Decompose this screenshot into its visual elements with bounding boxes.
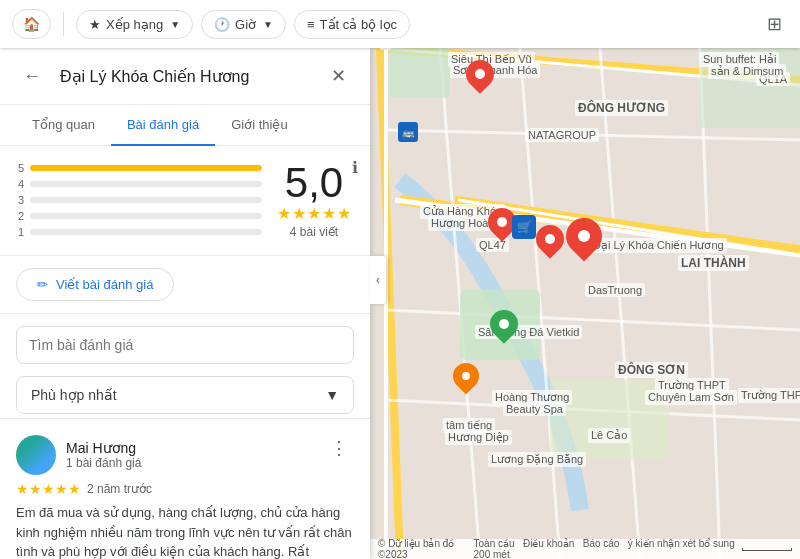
map-label-truong-thpt: Trường THPT: [655, 378, 729, 393]
rating-row-2: 2: [16, 210, 262, 222]
close-icon: ✕: [331, 65, 346, 87]
rating-row-5: 5: [16, 162, 262, 174]
search-reviews-section: Phù hợp nhất ▼: [0, 314, 370, 414]
sort-dropdown-label: Phù hợp nhất: [31, 387, 117, 403]
bar-track-2: [30, 213, 262, 219]
separator-1: [63, 12, 64, 36]
sort-button[interactable]: ★ Xếp hạng ▼: [76, 10, 193, 39]
svg-line-1: [380, 48, 800, 80]
rating-row-1: 1: [16, 226, 262, 238]
map-pin-bus[interactable]: 🚌: [398, 122, 418, 142]
clock-icon: 🕐: [214, 17, 230, 32]
map-label-dong-huong: ĐÔNG HƯƠNG: [575, 100, 668, 116]
rating-bars: 5 4 3 2: [16, 162, 262, 238]
sort-dropdown[interactable]: Phù hợp nhất ▼: [16, 376, 354, 414]
svg-line-2: [380, 48, 400, 559]
bar-fill-5: [30, 165, 262, 171]
reviewer-details: Mai Hương 1 bài đánh giá: [66, 440, 141, 470]
map-label-natagroup: NATAGROUP: [525, 128, 599, 142]
svg-line-13: [386, 400, 800, 420]
map-pin-sieu-thi[interactable]: [466, 60, 494, 88]
map-pin-dai-ly-main[interactable]: [566, 218, 602, 254]
home-button[interactable]: 🏠: [12, 9, 51, 39]
rating-stars: ★★★★★: [277, 204, 352, 223]
map-pin-shop[interactable]: 🛒: [512, 215, 536, 239]
rating-score: 5,0: [285, 162, 343, 204]
map-label-luong-dang: Lương Đặng Bằng: [488, 452, 586, 467]
close-button[interactable]: ✕: [322, 60, 354, 92]
map-label-lai-thanh: LAI THÀNH: [678, 255, 749, 271]
review-time: 2 năm trước: [87, 482, 152, 496]
map-label-lam-son: Chuyên Lam Sơn: [645, 390, 737, 405]
info-icon[interactable]: ℹ: [352, 158, 358, 177]
side-panel: ← Đại Lý Khóa Chiến Hương ✕ Tổng quan Bà…: [0, 48, 370, 559]
svg-line-11: [386, 130, 800, 140]
pencil-icon: ✏: [37, 277, 48, 292]
svg-line-5: [380, 48, 800, 85]
back-icon: ←: [23, 66, 41, 87]
grid-button[interactable]: ⊞: [761, 7, 788, 41]
reviewer-meta: 1 bài đánh giá: [66, 456, 141, 470]
avatar: [16, 435, 56, 475]
svg-line-9: [600, 48, 640, 559]
map-label-beauty-spa: Beauty Spa: [503, 402, 566, 416]
write-review-label: Viết bài đánh giá: [56, 277, 153, 292]
map-pin-restaurant[interactable]: [453, 363, 479, 389]
review-star-icons: ★★★★★: [16, 481, 81, 497]
map-label-das-truong: DasTruong: [585, 283, 645, 297]
review-item: Mai Hương 1 bài đánh giá ⋮ ★★★★★ 2 năm t…: [0, 418, 370, 559]
search-input[interactable]: [16, 326, 354, 364]
bottom-bar: © Dữ liệu bản đồ ©2023 Toàn cầu Điều kho…: [370, 539, 800, 559]
map-label-sun-buffet: Sun buffet: Hải: [700, 52, 779, 67]
map-label-huong-diep: Hương Diệp: [445, 430, 512, 445]
chevron-down-icon-2: ▼: [263, 19, 273, 30]
sort-dropdown-chevron: ▼: [325, 387, 339, 403]
time-label: Giờ: [235, 17, 256, 32]
svg-line-10: [700, 48, 720, 559]
rating-section: 5 4 3 2: [0, 146, 370, 256]
bar-track-5: [30, 165, 262, 171]
panel-title: Đại Lý Khóa Chiến Hương: [60, 67, 310, 86]
svg-line-12: [386, 310, 800, 330]
map-label-ql1a: QL1A: [756, 72, 790, 86]
review-count: 4 bài viết: [290, 225, 338, 239]
map-pin-nearby-1[interactable]: [536, 225, 564, 253]
tab-reviews[interactable]: Bài đánh giá: [111, 105, 215, 146]
map-label-tam-tieng: tâm tiếng: [443, 418, 495, 433]
rating-summary: 5,0 ★★★★★ 4 bài viết: [274, 162, 354, 239]
svg-line-7: [440, 48, 480, 559]
tab-about[interactable]: Giới thiệu: [215, 105, 303, 146]
write-review-button[interactable]: ✏ Viết bài đánh giá: [16, 268, 174, 301]
filter-icon: ≡: [307, 17, 315, 32]
bar-track-4: [30, 181, 262, 187]
map-pin-san-bong[interactable]: [490, 310, 518, 338]
bar-track-1: [30, 229, 262, 235]
time-button[interactable]: 🕐 Giờ ▼: [201, 10, 286, 39]
bar-track-3: [30, 197, 262, 203]
back-button[interactable]: ←: [16, 60, 48, 92]
map-label-hoang-thuong: Hoàng Thương: [492, 390, 572, 405]
search-wrapper: [16, 326, 354, 364]
panel-header: ← Đại Lý Khóa Chiến Hương ✕: [0, 48, 370, 105]
map-attribution: © Dữ liệu bản đồ ©2023: [378, 538, 474, 559]
panel-tabs: Tổng quan Bài đánh giá Giới thiệu: [0, 105, 370, 146]
sort-label: Xếp hạng: [106, 17, 163, 32]
more-options-button[interactable]: ⋮: [324, 435, 354, 461]
filter-button[interactable]: ≡ Tất cả bộ lọc: [294, 10, 410, 39]
filter-label: Tất cả bộ lọc: [320, 17, 398, 32]
rating-row-4: 4: [16, 178, 262, 190]
map-label-truong-thpt-2: Trường THPT: [738, 388, 800, 403]
rating-row-3: 3: [16, 194, 262, 206]
chevron-down-icon: ▼: [170, 19, 180, 30]
reviewer-info: Mai Hương 1 bài đánh giá: [16, 435, 141, 475]
map-collapse-button[interactable]: ‹: [370, 256, 386, 304]
write-review-section: ✏ Viết bài đánh giá: [0, 256, 370, 314]
svg-rect-17: [700, 48, 800, 128]
map-links: Toàn cầu Điều khoản Báo cáo ý kiến nhận …: [474, 538, 742, 559]
star-icon: ★: [89, 17, 101, 32]
grid-icon: ⊞: [767, 14, 782, 34]
tab-overview[interactable]: Tổng quan: [16, 105, 111, 146]
review-header: Mai Hương 1 bài đánh giá ⋮: [16, 435, 354, 475]
map-label-le-cao: Lê Cảo: [588, 428, 630, 443]
review-stars-row: ★★★★★ 2 năm trước: [16, 481, 354, 497]
